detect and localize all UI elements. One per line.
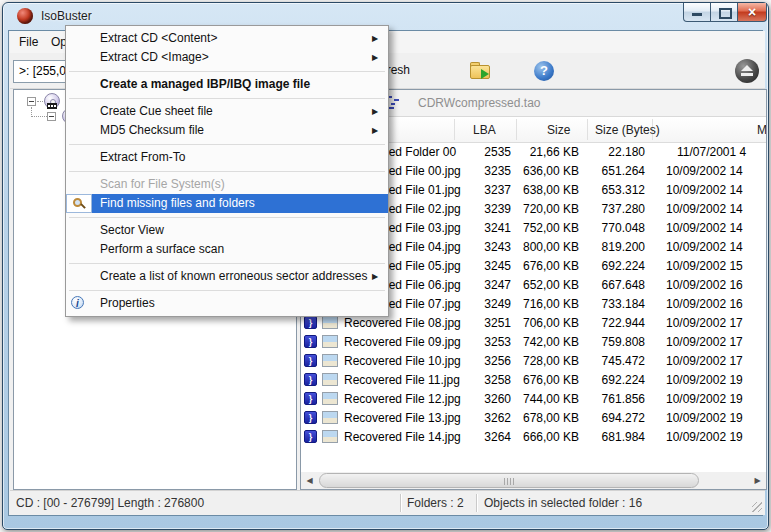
column-header-lba[interactable]: LBA: [473, 123, 496, 137]
menu-item-erroneous-sectors-list[interactable]: Create a list of known erroneous sector …: [66, 267, 388, 286]
modified-value: 10/09/2002 17: [666, 335, 767, 349]
modified-value: 10/09/2002 16: [666, 297, 767, 311]
table-row[interactable]: }Recovered File 14.jpg3264666,00 KB681.9…: [301, 428, 767, 447]
minimize-button[interactable]: [683, 3, 711, 22]
size-value: 706,00 KB: [513, 316, 579, 330]
filesystem-icon: }: [304, 354, 317, 367]
size-value: 728,00 KB: [513, 354, 579, 368]
menu-item-label: Create a list of known erroneous sector …: [92, 267, 372, 286]
table-row[interactable]: }Recovered File 12.jpg3260744,00 KB761.8…: [301, 390, 767, 409]
filesystem-icon: }: [304, 411, 317, 424]
menu-item-properties[interactable]: iProperties: [66, 294, 388, 313]
image-file-icon: [322, 392, 338, 405]
folder-export-button[interactable]: [468, 58, 494, 84]
tree-collapse-icon[interactable]: [27, 97, 36, 106]
scroll-left-arrow-icon[interactable]: ◀: [301, 472, 318, 489]
table-row[interactable]: }Recovered File 09.jpg3253742,00 KB759.8…: [301, 333, 767, 352]
menu-item-find-missing[interactable]: Find missing files and folders: [66, 194, 388, 213]
menu-separator: [66, 94, 388, 102]
size-value: 636,00 KB: [513, 164, 579, 178]
image-file-icon: [322, 335, 338, 348]
menu-separator: [66, 259, 388, 267]
lba-value: 3247: [451, 278, 511, 292]
help-icon: ?: [540, 63, 548, 78]
screenshot-stage: IsoBuster × File Options >: [255,0 Refre…: [0, 0, 771, 532]
size-value: 676,00 KB: [513, 259, 579, 273]
menu-separator: [66, 140, 388, 148]
scroll-right-arrow-icon[interactable]: ▶: [749, 472, 766, 489]
lba-value: 3251: [451, 316, 511, 330]
maximize-button[interactable]: [710, 3, 738, 22]
size-bytes-value: 22.180: [581, 145, 645, 159]
size-value: 638,00 KB: [513, 183, 579, 197]
filesystem-icon: }: [304, 335, 317, 348]
menu-separator: [66, 167, 388, 175]
filesystem-icon: }: [304, 316, 317, 329]
menu-item-sector-view[interactable]: Sector View: [66, 221, 388, 240]
modified-value: 10/09/2002 17: [666, 354, 767, 368]
column-header-size-bytes[interactable]: Size (Bytes): [595, 123, 660, 137]
size-bytes-value: 694.272: [581, 411, 645, 425]
menu-item-create-cue-sheet[interactable]: Create Cue sheet file▶: [66, 102, 388, 121]
horizontal-scrollbar[interactable]: ◀ ▶: [301, 472, 766, 489]
menu-item-label: Properties: [92, 294, 372, 313]
column-header-modified[interactable]: Modified: [757, 123, 767, 137]
size-bytes-value: 722.944: [581, 316, 645, 330]
size-value: 652,00 KB: [513, 278, 579, 292]
lba-value: 3253: [451, 335, 511, 349]
status-bar: CD : [00 - 276799] Length : 276800 Folde…: [10, 490, 765, 515]
eject-button[interactable]: [735, 59, 759, 83]
table-row[interactable]: }Recovered File 10.jpg3256728,00 KB745.4…: [301, 352, 767, 371]
menu-file[interactable]: File: [19, 35, 38, 49]
menu-item-extract-cd-image[interactable]: Extract CD <Image>▶: [66, 48, 388, 67]
size-bytes-value: 692.224: [581, 259, 645, 273]
size-bytes-value: 653.312: [581, 183, 645, 197]
menu-item-label: Perform a surface scan: [92, 240, 372, 259]
menu-item-label: Create Cue sheet file: [92, 102, 372, 121]
size-bytes-value: 759.808: [581, 335, 645, 349]
lba-value: 2535: [451, 145, 511, 159]
lba-value: 3235: [451, 164, 511, 178]
app-icon: [17, 8, 33, 24]
menu-separator: [66, 286, 388, 294]
image-file-icon: [322, 354, 338, 367]
menu-item-extract-cd-content[interactable]: Extract CD <Content>▶: [66, 29, 388, 48]
menu-item-extract-from-to[interactable]: Extract From-To: [66, 148, 388, 167]
menu-separator: [66, 67, 388, 75]
size-bytes-value: 770.048: [581, 221, 645, 235]
resize-grip[interactable]: [752, 502, 762, 512]
menu-item-label: MD5 Checksum file: [92, 121, 372, 140]
menu-item-label: Extract CD <Image>: [92, 48, 372, 67]
menu-item-label: Create a managed IBP/IBQ image file: [92, 75, 372, 94]
menu-item-label: Find missing files and folders: [92, 194, 372, 213]
size-value: 742,00 KB: [513, 335, 579, 349]
size-value: 678,00 KB: [513, 411, 579, 425]
menu-item-scan-file-systems: Scan for File System(s): [66, 175, 388, 194]
file-name: Recovered File 14.jpg: [344, 430, 461, 444]
scrollbar-thumb[interactable]: [319, 473, 699, 488]
table-row[interactable]: }Recovered File 11.jpg3258676,00 KB692.2…: [301, 371, 767, 390]
column-header-size[interactable]: Size: [547, 123, 570, 137]
file-name: Recovered File 09.jpg: [344, 335, 461, 349]
close-button[interactable]: ×: [737, 3, 767, 22]
modified-value: 10/09/2002 19: [666, 430, 767, 444]
menu-item-create-managed-ibp-ibq[interactable]: Create a managed IBP/IBQ image file: [66, 75, 388, 94]
modified-value: 10/09/2002 19: [666, 373, 767, 387]
image-file-icon: [322, 430, 338, 443]
table-row[interactable]: }Recovered File 13.jpg3262678,00 KB694.2…: [301, 409, 767, 428]
menu-item-md5-checksum[interactable]: MD5 Checksum file▶: [66, 121, 388, 140]
file-name: Recovered File 12.jpg: [344, 392, 461, 406]
menu-item-label: Extract From-To: [92, 148, 372, 167]
status-objects: Objects in selected folder : 16: [484, 496, 642, 510]
tree-collapse-icon[interactable]: [47, 112, 56, 121]
size-value: 744,00 KB: [513, 392, 579, 406]
modified-value: 10/09/2002 19: [666, 392, 767, 406]
size-bytes-value: 733.184: [581, 297, 645, 311]
filesystem-icon: }: [304, 392, 317, 405]
help-button[interactable]: ?: [534, 61, 554, 81]
lba-value: 3243: [451, 240, 511, 254]
size-value: 752,00 KB: [513, 221, 579, 235]
image-file-icon: [322, 316, 338, 329]
menu-item-surface-scan[interactable]: Perform a surface scan: [66, 240, 388, 259]
track-film-icon: [47, 103, 57, 109]
